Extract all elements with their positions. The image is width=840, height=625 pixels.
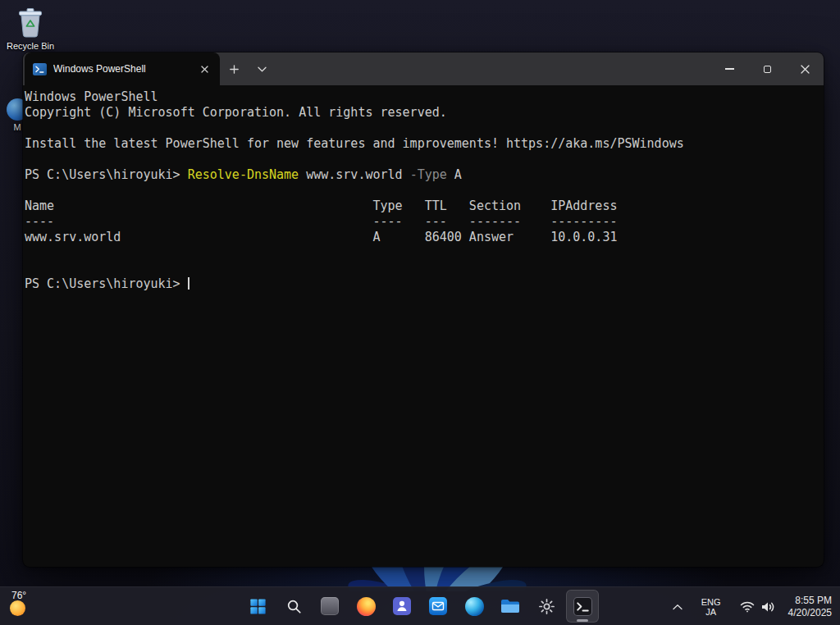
windows-start-icon [249, 597, 267, 616]
terminal-blank-line [25, 245, 819, 261]
mail-icon [429, 597, 447, 615]
terminal-text: Name Type TTL Section IPAddress [25, 198, 617, 213]
gray-app-button[interactable] [313, 590, 346, 623]
terminal-table-divider: ---- ---- --- ------- --------- [25, 214, 819, 230]
network-icon [740, 601, 755, 613]
maximize-button[interactable] [748, 52, 786, 85]
weather-temp-label: 76° [11, 590, 26, 601]
teams-button[interactable] [386, 590, 418, 623]
terminal-titlebar[interactable]: Windows PowerShell [23, 52, 824, 85]
taskbar: 76° [0, 586, 840, 625]
terminal-table-header: Name Type TTL Section IPAddress [25, 198, 819, 214]
tray-chevron-button[interactable] [668, 594, 687, 620]
new-tab-button[interactable] [220, 52, 248, 85]
taskbar-app-icons [241, 590, 599, 623]
language-indicator[interactable]: ENG JA [697, 594, 725, 620]
terminal-banner-line1: Windows PowerShell [25, 89, 819, 105]
start-button[interactable] [241, 590, 274, 623]
tab-dropdown-button[interactable] [248, 52, 276, 85]
minimize-button[interactable] [710, 52, 748, 85]
close-button[interactable] [786, 52, 824, 85]
desktop: Recycle Bin M Windows PowerShell [0, 0, 840, 625]
terminal-command-line: PS C:\Users\hiroyuki> Resolve-DnsName ww… [25, 167, 819, 183]
terminal-text: Copyright (C) Microsoft Corporation. All… [25, 105, 447, 120]
terminal-text: Install the latest PowerShell for new fe… [25, 136, 684, 151]
powershell-icon [33, 63, 47, 75]
language-line2: JA [697, 607, 725, 617]
minimize-icon [725, 68, 734, 70]
terminal-text: Windows PowerShell [25, 89, 158, 104]
edge-button[interactable] [458, 590, 491, 623]
terminal-text: www.srv.world A 86400 Answer 10.0.0.31 [25, 230, 617, 244]
teams-icon [393, 597, 411, 615]
terminal-blank-line [25, 183, 819, 198]
weather-widget[interactable]: 76° [10, 590, 26, 616]
terminal-command-arg: www.srv.world [299, 167, 409, 182]
terminal-table-row: www.srv.world A 86400 Answer 10.0.0.31 [25, 230, 819, 245]
terminal-prompt: PS C:\Users\hiroyuki> [25, 167, 188, 182]
tab-windows-powershell[interactable]: Windows PowerShell [25, 52, 220, 85]
close-icon [801, 65, 810, 74]
terminal-banner-line2: Copyright (C) Microsoft Corporation. All… [25, 105, 819, 121]
sun-icon [10, 600, 25, 616]
search-button[interactable] [277, 590, 310, 623]
settings-gear-icon [538, 598, 555, 615]
firefox-icon [357, 597, 376, 616]
terminal-update-notice: Install the latest PowerShell for new fe… [25, 136, 819, 152]
terminal-button[interactable] [566, 590, 599, 623]
tab-title: Windows PowerShell [53, 63, 190, 75]
file-explorer-button[interactable] [494, 590, 527, 623]
recycle-bin-label: Recycle Bin [7, 41, 54, 51]
terminal-command: Resolve-DnsName [188, 167, 299, 182]
recycle-bin-icon [17, 7, 43, 39]
terminal-cursor [188, 277, 189, 290]
gray-app-icon [321, 597, 339, 615]
clock[interactable]: 8:55 PM 4/20/2025 [787, 591, 833, 623]
terminal-prompt-line: PS C:\Users\hiroyuki> [25, 276, 819, 292]
system-tray-icons[interactable] [737, 595, 778, 618]
terminal-command-param: -Type [410, 167, 447, 182]
terminal-window: Windows PowerShell [23, 52, 824, 567]
language-line1: ENG [697, 597, 725, 607]
search-icon [285, 598, 303, 615]
terminal-icon [573, 597, 592, 616]
terminal-command-arg: A [447, 167, 462, 182]
firefox-button[interactable] [349, 590, 382, 623]
file-explorer-icon [500, 598, 520, 614]
volume-icon [760, 600, 775, 614]
mail-button[interactable] [422, 590, 454, 623]
partial-icon-label: M [13, 122, 21, 132]
clock-time: 8:55 PM [788, 595, 832, 607]
terminal-blank-line [25, 152, 819, 167]
settings-button[interactable] [530, 590, 563, 623]
window-controls [710, 52, 824, 85]
clock-date: 4/20/2025 [788, 607, 832, 619]
terminal-blank-line [25, 121, 819, 136]
terminal-blank-line [25, 261, 819, 276]
taskbar-tray: ENG JA 8:55 PM 4/20/2025 [668, 587, 833, 625]
tab-close-icon[interactable] [197, 62, 212, 76]
chevron-up-icon [673, 604, 682, 610]
terminal-prompt: PS C:\Users\hiroyuki> [25, 276, 188, 291]
edge-icon [465, 597, 484, 616]
terminal-text: ---- ---- --- ------- --------- [25, 214, 617, 229]
recycle-bin-desktop-icon[interactable]: Recycle Bin [5, 7, 56, 51]
maximize-icon [764, 66, 771, 73]
terminal-content[interactable]: Windows PowerShell Copyright (C) Microso… [23, 85, 824, 567]
